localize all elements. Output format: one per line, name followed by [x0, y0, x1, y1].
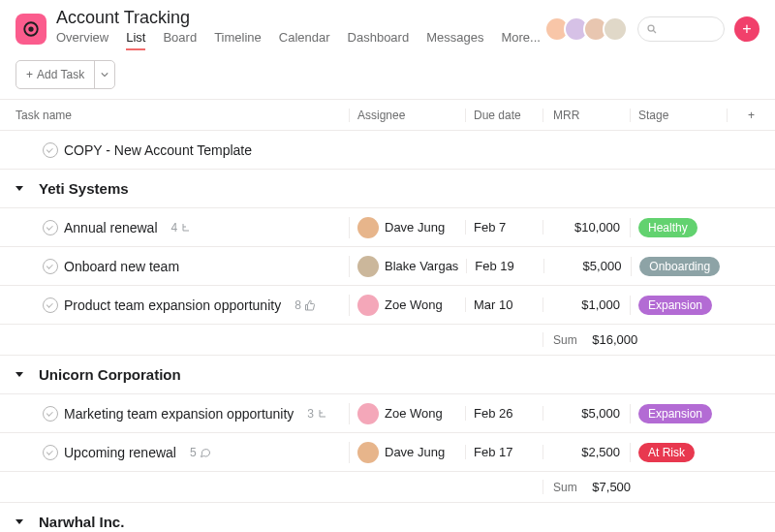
- col-stage-header[interactable]: Stage: [630, 109, 727, 122]
- task-name: Upcoming renewal: [64, 445, 176, 460]
- project-tabs: OverviewListBoardTimelineCalendarDashboa…: [56, 30, 541, 50]
- avatar: [357, 217, 379, 238]
- project-icon: [16, 14, 46, 45]
- mrr-value: $10,000: [574, 220, 620, 235]
- mrr-value: $2,500: [581, 445, 620, 459]
- assignee-name: Zoe Wong: [385, 297, 443, 312]
- tab-calendar[interactable]: Calendar: [279, 30, 330, 50]
- col-name-header[interactable]: Task name: [0, 109, 349, 122]
- plus-icon: +: [26, 68, 33, 81]
- task-row[interactable]: COPY - New Account Template: [0, 131, 775, 170]
- due-date: Mar 10: [474, 297, 512, 312]
- mrr-value: $1,000: [581, 297, 620, 312]
- task-name: Marketing team expansion opportunity: [64, 406, 294, 422]
- column-headers: Task nameAssigneeDue dateMRRStage+: [0, 100, 775, 131]
- due-date: Feb 26: [474, 406, 512, 421]
- tab-board[interactable]: Board: [163, 30, 197, 50]
- stage-pill[interactable]: Expansion: [638, 296, 712, 315]
- add-column-button[interactable]: +: [727, 109, 775, 122]
- avatar: [357, 442, 379, 463]
- search-input[interactable]: [637, 16, 725, 42]
- due-date: Feb 7: [474, 220, 506, 235]
- stage-pill[interactable]: Expansion: [638, 404, 712, 423]
- tab-more-[interactable]: More...: [501, 30, 540, 50]
- task-meta: 5: [190, 446, 211, 459]
- stage-pill[interactable]: Healthy: [638, 218, 698, 237]
- mrr-value: $5,000: [583, 259, 622, 273]
- section-sum: Sum $16,000: [0, 325, 775, 356]
- tab-overview[interactable]: Overview: [56, 30, 108, 50]
- col-due-header[interactable]: Due date: [465, 109, 542, 122]
- search-icon: [646, 23, 658, 35]
- task-name: Product team expansion opportunity: [64, 297, 281, 313]
- col-assignee-header[interactable]: Assignee: [349, 109, 465, 122]
- section-title: Unicorn Corporation: [29, 366, 181, 383]
- assignee-name: Dave Jung: [385, 220, 445, 235]
- task-row[interactable]: Onboard new teamBlake VargasFeb 19$5,000…: [0, 247, 775, 286]
- sum-label: Sum: [553, 481, 577, 494]
- project-title: Account Tracking: [56, 8, 190, 28]
- section-header[interactable]: Yeti Systems: [0, 170, 775, 208]
- team-avatars[interactable]: [550, 16, 628, 42]
- add-task-dropdown[interactable]: [94, 61, 114, 88]
- due-date: Feb 19: [475, 259, 513, 273]
- section-sum: Sum $7,500: [0, 472, 775, 503]
- tab-messages[interactable]: Messages: [426, 30, 483, 50]
- global-add-button[interactable]: +: [734, 16, 760, 42]
- add-task-button[interactable]: + Add Task: [16, 60, 115, 89]
- task-name: Onboard new team: [64, 259, 179, 274]
- section-header[interactable]: Unicorn Corporation: [0, 356, 775, 394]
- task-meta: 4: [171, 221, 193, 235]
- svg-point-2: [648, 25, 654, 31]
- section-title: Narwhal Inc.: [29, 514, 124, 530]
- add-task-label: Add Task: [37, 68, 84, 81]
- task-name: Annual renewal: [64, 220, 158, 235]
- task-row[interactable]: Annual renewal4 Dave JungFeb 7$10,000Hea…: [0, 208, 775, 247]
- svg-point-1: [28, 26, 33, 31]
- stage-pill[interactable]: Onboarding: [639, 257, 720, 276]
- complete-toggle[interactable]: [43, 220, 58, 235]
- complete-toggle[interactable]: [43, 406, 58, 422]
- assignee-name: Zoe Wong: [385, 406, 443, 421]
- sum-value: $16,000: [592, 332, 637, 347]
- tab-list[interactable]: List: [126, 30, 145, 50]
- collapse-toggle-icon[interactable]: [16, 519, 23, 524]
- section-header[interactable]: Narwhal Inc.: [0, 503, 775, 532]
- assignee-name: Blake Vargas: [385, 259, 458, 273]
- task-row[interactable]: Upcoming renewal5 Dave JungFeb 17$2,500A…: [0, 433, 775, 472]
- svg-line-3: [653, 30, 656, 33]
- task-name: COPY - New Account Template: [64, 142, 252, 158]
- sum-label: Sum: [553, 333, 577, 347]
- mrr-value: $5,000: [581, 406, 620, 421]
- tab-dashboard[interactable]: Dashboard: [348, 30, 410, 50]
- assignee-name: Dave Jung: [385, 445, 445, 459]
- stage-pill[interactable]: At Risk: [638, 443, 695, 462]
- task-meta: 3: [307, 407, 328, 421]
- section-title: Yeti Systems: [29, 180, 129, 197]
- collapse-toggle-icon[interactable]: [16, 186, 23, 191]
- avatar[interactable]: [603, 16, 628, 42]
- task-meta: 8: [294, 298, 316, 312]
- complete-toggle[interactable]: [43, 445, 58, 460]
- complete-toggle[interactable]: [43, 142, 58, 158]
- task-row[interactable]: Product team expansion opportunity8 Zoe …: [0, 286, 775, 325]
- avatar: [357, 256, 379, 277]
- col-mrr-header[interactable]: MRR: [542, 109, 630, 122]
- complete-toggle[interactable]: [43, 259, 58, 274]
- chevron-down-icon: [101, 71, 108, 78]
- task-row[interactable]: Marketing team expansion opportunity3 Zo…: [0, 394, 775, 433]
- avatar: [357, 403, 379, 424]
- sum-value: $7,500: [592, 480, 631, 494]
- collapse-toggle-icon[interactable]: [16, 372, 23, 377]
- avatar: [357, 295, 379, 316]
- tab-timeline[interactable]: Timeline: [214, 30, 262, 50]
- due-date: Feb 17: [474, 445, 512, 459]
- complete-toggle[interactable]: [43, 297, 58, 313]
